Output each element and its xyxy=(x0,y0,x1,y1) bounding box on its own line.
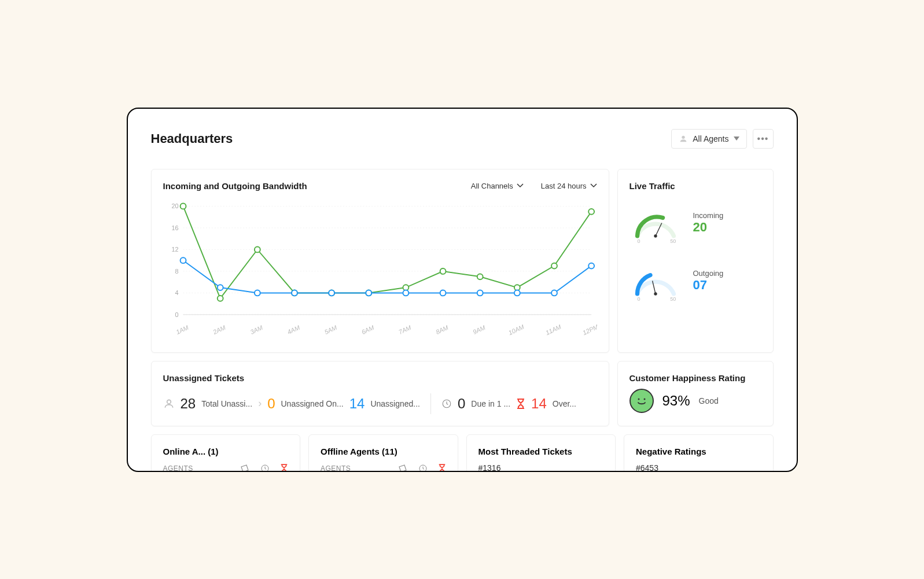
svg-point-38 xyxy=(180,257,186,263)
channel-filter[interactable]: All Channels xyxy=(471,182,524,190)
ticket-icon xyxy=(240,463,250,472)
svg-point-42 xyxy=(329,290,334,296)
happiness-value: 93% xyxy=(662,393,690,409)
svg-point-61 xyxy=(643,398,645,400)
ticket-icon xyxy=(397,463,408,472)
svg-text:2AM: 2AM xyxy=(211,323,227,335)
caret-down-icon xyxy=(734,137,739,141)
onhold-label: Unassigned On... xyxy=(281,399,344,408)
happiness-title: Customer Happiness Rating xyxy=(630,373,761,383)
chevron-down-icon xyxy=(517,183,524,188)
svg-point-37 xyxy=(588,208,594,214)
svg-text:20: 20 xyxy=(171,202,178,209)
offline-agents-title: Offline Agents (11) xyxy=(321,447,446,456)
live-traffic-title: Live Traffic xyxy=(630,181,761,191)
dots-icon: ••• xyxy=(757,134,769,144)
svg-text:1AM: 1AM xyxy=(175,323,190,335)
svg-text:10AM: 10AM xyxy=(507,323,525,336)
agents-col: AGENTS xyxy=(321,464,351,472)
svg-text:12: 12 xyxy=(171,246,178,253)
svg-text:0: 0 xyxy=(637,296,640,301)
agent-filter-label: All Agents xyxy=(693,134,728,143)
svg-point-40 xyxy=(254,290,260,296)
svg-text:4AM: 4AM xyxy=(286,323,301,335)
svg-point-27 xyxy=(217,295,223,301)
online-agents-card: Online A... (1) AGENTS xyxy=(151,434,301,472)
chevron-right-icon: › xyxy=(258,397,262,410)
svg-text:9AM: 9AM xyxy=(472,323,487,335)
threaded-tickets-card: Most Threaded Tickets #1316 How do I pay… xyxy=(466,434,616,472)
happiness-label: Good xyxy=(699,396,719,405)
clock-icon xyxy=(418,464,428,472)
svg-point-33 xyxy=(440,268,446,274)
dashboard-window: Headquarters All Agents ••• Incoming and… xyxy=(127,108,798,472)
svg-text:3AM: 3AM xyxy=(249,323,264,335)
incoming-value: 20 xyxy=(693,220,724,235)
chevron-down-icon xyxy=(590,183,597,188)
onhold-count: 0 xyxy=(267,396,275,412)
svg-text:5AM: 5AM xyxy=(323,323,338,335)
time-filter-label: Last 24 hours xyxy=(541,182,587,190)
svg-point-0 xyxy=(682,135,685,138)
negative-ratings-card: Negative Ratings #6453 I can't seem to f… xyxy=(624,434,774,472)
happiness-card: Customer Happiness Rating 93% Good xyxy=(617,361,774,426)
clock-icon xyxy=(260,464,270,472)
svg-text:12PM: 12PM xyxy=(581,323,597,336)
due-label: Due in 1 ... xyxy=(471,399,510,408)
incoming-label: Incoming xyxy=(693,211,724,220)
page-title: Headquarters xyxy=(151,131,233,146)
svg-text:4: 4 xyxy=(175,289,178,296)
svg-text:0: 0 xyxy=(637,238,640,244)
separator xyxy=(430,393,431,414)
svg-text:8: 8 xyxy=(175,267,178,274)
svg-point-41 xyxy=(292,290,297,296)
ticket-id[interactable]: #6453 xyxy=(636,463,761,472)
svg-text:11AM: 11AM xyxy=(544,323,562,336)
bottom-row: Online A... (1) AGENTS Offline Agents (1… xyxy=(151,434,774,472)
svg-text:16: 16 xyxy=(171,224,178,231)
top-grid: Incoming and Outgoing Bandwidth All Chan… xyxy=(151,169,774,426)
svg-point-26 xyxy=(180,203,186,209)
unassigned-title: Unassigned Tickets xyxy=(163,373,597,383)
svg-point-28 xyxy=(254,246,260,252)
channel-filter-label: All Channels xyxy=(471,182,513,190)
agents-col: AGENTS xyxy=(163,464,193,472)
outgoing-gauge: 0 50 xyxy=(630,259,682,303)
svg-text:50: 50 xyxy=(670,238,676,244)
hourglass-icon xyxy=(280,463,288,472)
more-button[interactable]: ••• xyxy=(753,129,774,149)
svg-point-44 xyxy=(403,290,408,296)
svg-point-60 xyxy=(638,398,639,400)
clock-icon xyxy=(441,399,452,409)
over-label: Over... xyxy=(553,399,576,408)
svg-text:8AM: 8AM xyxy=(435,323,450,335)
svg-point-45 xyxy=(440,290,446,296)
outgoing-value: 07 xyxy=(693,278,724,293)
svg-point-46 xyxy=(477,290,483,296)
due-count: 0 xyxy=(458,396,465,412)
svg-point-58 xyxy=(167,400,171,404)
hourglass-icon xyxy=(516,398,525,410)
agent-filter-dropdown[interactable]: All Agents xyxy=(671,129,746,149)
svg-point-43 xyxy=(366,290,371,296)
offline-agents-card: Offline Agents (11) AGENTS xyxy=(308,434,458,472)
threaded-title: Most Threaded Tickets xyxy=(478,447,604,456)
bandwidth-chart: 0481216201AM2AM3AM4AM5AM6AM7AM8AM9AM10AM… xyxy=(163,200,597,338)
smiley-icon xyxy=(630,389,654,413)
svg-point-49 xyxy=(588,263,594,268)
time-filter[interactable]: Last 24 hours xyxy=(541,182,597,190)
hourglass-icon xyxy=(438,463,446,472)
header: Headquarters All Agents ••• xyxy=(151,129,774,149)
person-icon xyxy=(679,134,688,143)
total-count: 28 xyxy=(181,396,196,412)
open-count: 14 xyxy=(349,396,365,412)
svg-point-34 xyxy=(477,274,483,279)
svg-point-39 xyxy=(217,285,223,290)
svg-text:50: 50 xyxy=(670,296,676,301)
ticket-id[interactable]: #1316 xyxy=(478,463,604,472)
unassigned-card: Unassigned Tickets 28 Total Unassi... › … xyxy=(151,361,609,426)
bandwidth-title: Incoming and Outgoing Bandwidth xyxy=(163,181,307,191)
svg-point-47 xyxy=(514,290,520,296)
svg-text:0: 0 xyxy=(175,311,178,318)
over-count: 14 xyxy=(531,396,547,412)
